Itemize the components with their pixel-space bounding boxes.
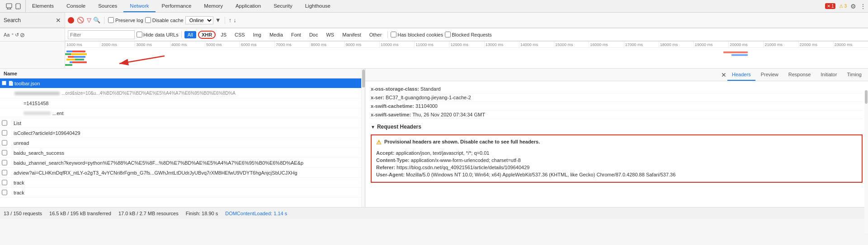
request-row-toolbar[interactable]: 📄 toolbar.json [0, 79, 361, 88]
filter-css-button[interactable]: CSS [231, 31, 248, 38]
request-row-adview[interactable]: adview?ai=CLHKmDqfRX_ntLY-o2gT3_4vYCNri8… [0, 168, 361, 178]
tab-security[interactable]: Security [267, 0, 299, 12]
row-icon: 📄 [8, 81, 14, 86]
request-name-list: List [14, 120, 359, 126]
filter-icon[interactable]: ▽ [87, 17, 91, 23]
text-size-icon[interactable]: ⁺ [11, 32, 14, 38]
disable-cache-checkbox[interactable]: Disable cache [145, 17, 184, 23]
baidu-zhannei-checkbox[interactable] [2, 160, 7, 166]
filter-xhr-button[interactable]: XHR [198, 31, 216, 39]
request-panel: Name 📄 toolbar.json [0, 69, 365, 207]
filter-manifest-button[interactable]: Manifest [339, 31, 364, 38]
has-blocked-cookies-checkbox[interactable]: Has blocked cookies [391, 32, 443, 37]
request-row-list[interactable]: List [0, 118, 361, 128]
request-list[interactable]: 📄 toolbar.json ...ord&size=10&u...4%BD%8… [0, 79, 361, 207]
mark-13000: 13000 ms [484, 42, 519, 47]
unread-checkbox[interactable] [2, 140, 7, 146]
mark-14000: 14000 ms [519, 42, 554, 47]
mark-10000: 10000 ms [379, 42, 414, 47]
request-row-iscollect[interactable]: isCollect?articleId=109640429 [0, 128, 361, 138]
tab-preview[interactable]: Preview [756, 69, 783, 81]
request-row-baidu-zhannei[interactable]: baidu_zhannei_search?keyword=python%E7%8… [0, 158, 361, 168]
request-name-track-2: track [14, 190, 359, 195]
request-row-unread[interactable]: unread [0, 138, 361, 148]
request-row-blurred-3[interactable]: ...ent [0, 108, 361, 118]
search-close-button[interactable]: ✕ [56, 17, 61, 24]
tab-network[interactable]: Network [123, 0, 155, 12]
track2-checkbox[interactable] [2, 190, 7, 195]
top-right-area: ✕ 1 ⚠ 3 ⚙ ⋮ [825, 3, 866, 10]
details-panel: ✕ Headers Preview Response Initiator Tim… [365, 69, 868, 207]
iscollect-checkbox[interactable] [2, 130, 7, 136]
filter-ws-button[interactable]: WS [323, 31, 337, 38]
warning-badge: ⚠ 3 [839, 4, 847, 9]
filter-all-button[interactable]: All [184, 31, 196, 38]
clear-icon[interactable]: 🚫 [77, 17, 84, 23]
request-url-1: ...ord&size=10&u...4%BD%8D%E7%BD%AE%E5%A… [61, 91, 359, 96]
details-scrollbar-thumb[interactable] [865, 90, 868, 104]
req-header-user-agent: User-Agent: Mozilla/5.0 (Windows NT 10.0… [376, 171, 857, 178]
more-options-icon[interactable]: ⋮ [860, 3, 866, 10]
tab-console[interactable]: Console [60, 0, 92, 12]
adview-checkbox[interactable] [2, 170, 7, 176]
request-row-track-1[interactable]: track [0, 178, 361, 188]
tab-performance[interactable]: Performance [156, 0, 198, 12]
request-row-baidu-search[interactable]: baidu_search_success [0, 148, 361, 158]
list-checkbox[interactable] [2, 120, 7, 126]
upload-icon[interactable]: ↑ [229, 17, 232, 23]
track1-checkbox[interactable] [2, 180, 7, 185]
tab-headers[interactable]: Headers [727, 69, 755, 81]
baidu-search-checkbox[interactable] [2, 150, 7, 156]
tab-application[interactable]: Application [229, 0, 267, 12]
block-icon[interactable]: ⊘ [20, 32, 25, 38]
filter-font-button[interactable]: Font [288, 31, 304, 38]
tab-initiator[interactable]: Initiator [816, 69, 841, 81]
warning-triangle-icon: ⚠ [376, 139, 382, 146]
throttle-select[interactable]: Online [185, 16, 213, 24]
tab-response[interactable]: Response [784, 69, 816, 81]
req-header-accept: Accept: application/json, text/javascrip… [376, 149, 857, 157]
tab-elements[interactable]: Elements [26, 0, 60, 12]
request-headers-section-title[interactable]: ▼ Request Headers [371, 121, 863, 133]
request-row-blurred-2[interactable]: =14151458 [0, 98, 361, 108]
close-details-button[interactable]: ✕ [721, 71, 726, 79]
preserve-log-checkbox[interactable]: Preserve log [108, 17, 143, 23]
request-name-adview: adview?ai=CLHKmDqfRX_ntLY-o2gT3_4vYCNri8… [14, 170, 359, 176]
filter-media-button[interactable]: Media [266, 31, 286, 38]
request-headers-box: ⚠ Provisional headers are shown. Disable… [371, 134, 863, 183]
filter-js-button[interactable]: JS [217, 31, 230, 38]
inspect-icon[interactable] [5, 3, 13, 10]
timeline-ruler[interactable]: 1000 ms 2000 ms 3000 ms 4000 ms 5000 ms … [65, 42, 868, 68]
download-icon[interactable]: ↓ [233, 17, 236, 23]
request-row-blurred-1[interactable]: ...ord&size=10&u...4%BD%8D%E7%BD%AE%E5%A… [0, 88, 361, 98]
mark-23000: 23000 ms [833, 42, 868, 47]
mobile-icon[interactable] [14, 3, 22, 10]
requests-count: 13 / 150 requests [4, 211, 42, 216]
blocked-requests-checkbox[interactable]: Blocked Requests [445, 32, 492, 37]
filter-input[interactable] [68, 30, 135, 39]
filter-bar: Hide data URLs All XHR JS CSS Img Media … [65, 28, 868, 41]
filter-doc-button[interactable]: Doc [306, 31, 321, 38]
request-list-scrollbar[interactable] [361, 69, 365, 207]
headers-content[interactable]: x-oss-storage-class: Standard x-ser: BC3… [365, 81, 868, 207]
transferred-size: 16.5 kB / 195 kB transferred [49, 211, 111, 216]
blurred-text-1 [14, 92, 60, 95]
request-name-2: =14151458 [24, 101, 359, 106]
tab-memory[interactable]: Memory [198, 0, 229, 12]
hide-data-urls-checkbox[interactable]: Hide data URLs [137, 32, 179, 37]
record-button[interactable] [68, 17, 74, 23]
search-button[interactable]: 🔍 [93, 17, 100, 23]
mark-19000: 19000 ms [693, 42, 728, 47]
refresh-small-icon[interactable]: ↺ [15, 32, 19, 38]
row-checkbox [2, 81, 8, 86]
details-scrollbar[interactable] [864, 90, 868, 207]
filter-other-button[interactable]: Other [366, 31, 385, 38]
tab-sources[interactable]: Sources [92, 0, 123, 12]
settings-icon[interactable]: ⚙ [850, 3, 856, 10]
tab-timing[interactable]: Timing [842, 69, 866, 81]
tab-lighthouse[interactable]: Lighthouse [299, 0, 337, 12]
filter-img-button[interactable]: Img [250, 31, 264, 38]
request-row-track-2[interactable]: track [0, 188, 361, 198]
scrollbar-thumb[interactable] [362, 69, 365, 88]
dom-content-loaded-link[interactable]: DOMContentLoaded: 1.14 s [225, 211, 287, 216]
